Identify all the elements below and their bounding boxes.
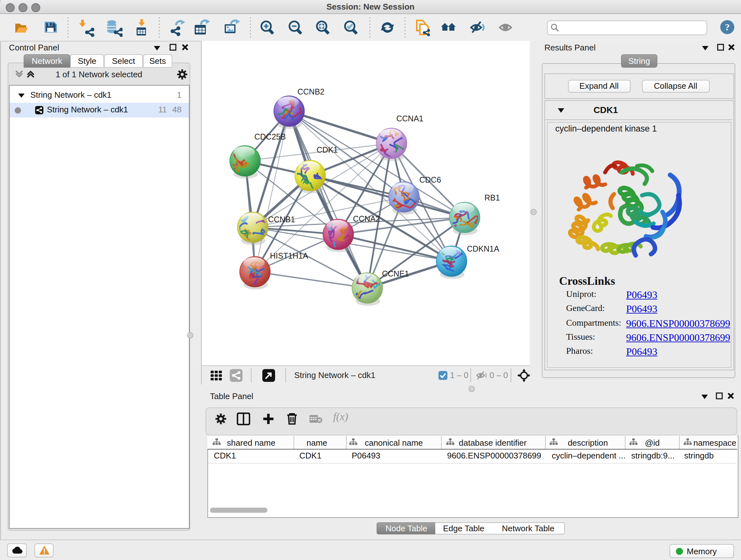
svg-text:CDKN1A: CDKN1A: [467, 244, 499, 253]
svg-text:?: ?: [725, 22, 730, 32]
svg-text:CCNB2: CCNB2: [297, 87, 325, 96]
svg-text:CDC25B: CDC25B: [254, 132, 286, 141]
svg-text:CDC6: CDC6: [419, 175, 441, 184]
svg-text:HIST1H1A: HIST1H1A: [270, 251, 308, 260]
svg-text:CCNA1: CCNA1: [396, 114, 423, 123]
svg-text:CDK1: CDK1: [317, 145, 338, 154]
svg-text:CCNB1: CCNB1: [268, 215, 295, 224]
svg-text:CCNA2: CCNA2: [353, 214, 380, 223]
svg-text:RB1: RB1: [484, 193, 500, 202]
svg-text:CCNE1: CCNE1: [382, 269, 409, 278]
